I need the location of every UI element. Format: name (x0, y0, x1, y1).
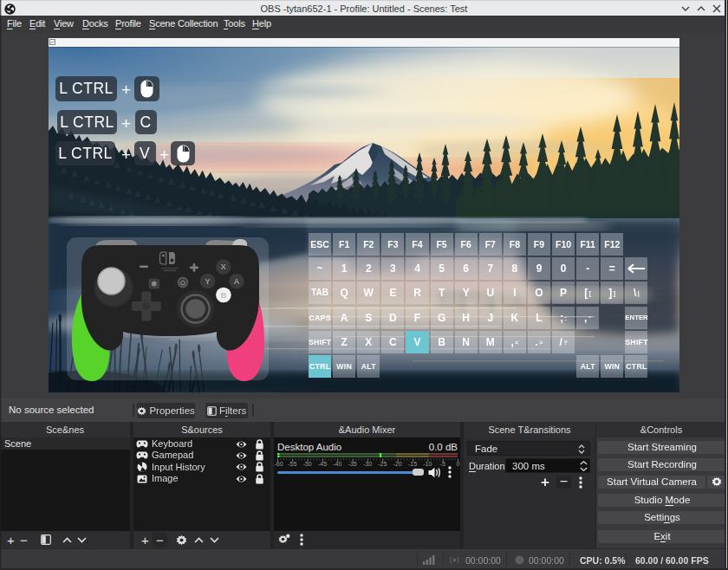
svg-text:-30: -30 (363, 461, 372, 467)
svg-text:-25: -25 (378, 461, 387, 467)
svg-text:-15: -15 (408, 461, 417, 467)
svg-text:-5: -5 (440, 461, 445, 467)
svg-text:X: X (221, 262, 226, 271)
svg-text:A: A (234, 277, 240, 286)
svg-text:-40: -40 (333, 461, 341, 467)
svg-text:-20: -20 (393, 461, 402, 467)
svg-text:-35: -35 (348, 461, 357, 467)
svg-text:-60: -60 (275, 461, 283, 467)
svg-text:B: B (221, 291, 227, 300)
svg-text:-55: -55 (288, 461, 296, 467)
svg-text:-45: -45 (318, 461, 327, 467)
svg-text:-10: -10 (423, 461, 432, 467)
svg-text:0: 0 (457, 461, 460, 467)
svg-text:-50: -50 (303, 461, 312, 467)
svg-text:Y: Y (205, 277, 210, 286)
